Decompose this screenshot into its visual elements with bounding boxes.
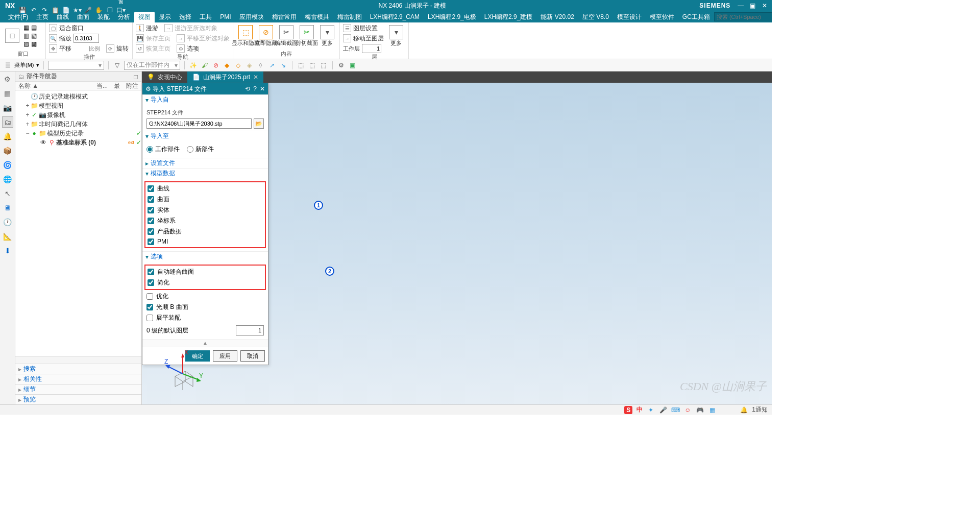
tree-history-mode[interactable]: 🕐历史记录建模模式 bbox=[15, 92, 141, 101]
content-more-btn[interactable]: ▾更多 bbox=[318, 23, 336, 48]
status-grid-icon[interactable]: ▦ bbox=[708, 406, 716, 414]
chk-smoothb[interactable] bbox=[146, 304, 153, 310]
immediate-hide-btn[interactable]: ⊘立即隐藏 bbox=[257, 23, 275, 48]
arrow1-icon[interactable]: ↗ bbox=[267, 61, 277, 70]
tab-close-icon[interactable]: ✕ bbox=[253, 74, 258, 81]
chk-solid[interactable] bbox=[148, 207, 154, 213]
dialog-reset-icon[interactable]: ⟲ bbox=[245, 85, 250, 92]
dialog-help-icon[interactable]: ? bbox=[253, 85, 257, 92]
tree-cameras[interactable]: +✓📷摄像机 bbox=[15, 110, 141, 119]
sel3-icon[interactable]: ⬚ bbox=[319, 61, 328, 70]
tab-partfile[interactable]: 📄山涧果子2025.prt✕ bbox=[187, 71, 263, 83]
radio-workpart[interactable]: 工作部件 bbox=[146, 145, 180, 154]
grid5-icon[interactable]: ▨ bbox=[23, 40, 29, 47]
ime-lang[interactable]: 中 bbox=[636, 405, 643, 414]
acc-preview[interactable]: ▸预览 bbox=[15, 394, 141, 404]
worklayer-input[interactable] bbox=[362, 44, 381, 53]
acc-related[interactable]: ▸相关性 bbox=[15, 374, 141, 384]
notify-text[interactable]: 1通知 bbox=[752, 405, 768, 414]
dialog-collapse-bar[interactable]: ▲ bbox=[142, 340, 268, 347]
chk-simplify[interactable] bbox=[148, 279, 154, 286]
sec-import-to[interactable]: ▾导入至 bbox=[142, 131, 268, 141]
radio-newpart[interactable]: 新部件 bbox=[187, 145, 214, 154]
chk-surface[interactable] bbox=[148, 196, 154, 203]
chk-product[interactable] bbox=[148, 228, 154, 235]
chk-flatten[interactable] bbox=[146, 315, 153, 321]
pointer-icon[interactable]: ↖ bbox=[2, 188, 13, 199]
no-icon[interactable]: ⊘ bbox=[211, 61, 220, 70]
menu-select[interactable]: 选择 bbox=[175, 12, 195, 22]
nav-options-btn[interactable]: ⚙选项 bbox=[177, 44, 199, 53]
copy-icon[interactable]: 📋 bbox=[51, 6, 60, 15]
clip-section-btn[interactable]: ✂剪切截面 bbox=[298, 23, 316, 48]
tree-datum-csys[interactable]: 👁⚲基准坐标系 (0)ext✓ bbox=[15, 138, 141, 147]
menu-label[interactable]: 菜单(M) bbox=[14, 61, 34, 69]
zoom-value-input[interactable] bbox=[74, 34, 99, 43]
status-game-icon[interactable]: 🎮 bbox=[696, 406, 704, 414]
apply-button[interactable]: 应用 bbox=[213, 350, 237, 362]
rotate-btn[interactable]: ⟳旋转 bbox=[106, 44, 129, 53]
chk-optimize[interactable] bbox=[146, 293, 153, 300]
menu-pmi[interactable]: PMI bbox=[216, 12, 235, 21]
save-icon[interactable]: 💾 bbox=[18, 6, 27, 15]
sel1-icon[interactable]: ⬚ bbox=[297, 61, 306, 70]
menu-gc[interactable]: GC工具箱 bbox=[678, 12, 714, 22]
menu-lxh-cam[interactable]: LXH编程2.9_CAM bbox=[366, 12, 424, 22]
menu-list-icon[interactable]: ☰ bbox=[3, 61, 12, 70]
acc-detail[interactable]: ▸细节 bbox=[15, 384, 141, 394]
camera-icon[interactable]: 📷 bbox=[2, 102, 13, 113]
part-nav-icon[interactable]: 🗂 bbox=[2, 116, 13, 128]
paste-icon[interactable]: 📄 bbox=[62, 6, 71, 15]
roam-btn[interactable]: 🚶漫游 bbox=[136, 23, 158, 33]
fit-window-btn[interactable]: ▢适合窗口 bbox=[49, 23, 129, 33]
ime-icon[interactable]: S bbox=[624, 406, 632, 414]
window-btn[interactable]: □ bbox=[3, 23, 21, 48]
search-input[interactable] bbox=[714, 12, 772, 21]
graphics-workspace[interactable]: 💡发现中心 📄山涧果子2025.prt✕ ⚙ 导入 STEP214 文件 ⟲ ?… bbox=[142, 71, 772, 404]
sec-options[interactable]: ▾选项 bbox=[142, 251, 268, 261]
arrow-down-icon[interactable]: ⬇ bbox=[2, 245, 13, 256]
gear-icon[interactable]: ⚙ bbox=[2, 74, 13, 85]
menu-lxh-model[interactable]: LXH编程2.9_建模 bbox=[480, 12, 537, 22]
pan-btn[interactable]: ✥平移 bbox=[49, 44, 71, 53]
col-note[interactable]: 附注 bbox=[123, 82, 141, 90]
menu-app[interactable]: 应用模块 bbox=[235, 12, 268, 22]
box-icon[interactable]: 📦 bbox=[2, 145, 13, 156]
grid-icon[interactable]: ▦ bbox=[23, 24, 29, 31]
menu-display[interactable]: 显示 bbox=[155, 12, 175, 22]
monitor-icon[interactable]: 🖥 bbox=[2, 202, 13, 213]
star-icon[interactable]: ★▾ bbox=[72, 6, 82, 15]
tree-model-history[interactable]: −●📁模型历史记录✓ bbox=[15, 129, 141, 138]
chk-csys[interactable] bbox=[148, 218, 154, 224]
cube2-icon[interactable]: ◇ bbox=[234, 61, 243, 70]
undo-icon[interactable]: ↶ bbox=[29, 6, 38, 15]
sec-settings[interactable]: ▸设置文件 bbox=[142, 158, 268, 168]
window-dd-icon[interactable]: 窗口▾ bbox=[116, 0, 126, 6]
chk-autosew[interactable] bbox=[148, 269, 154, 275]
tree-nontime[interactable]: +📁非时间戳记几何体 bbox=[15, 119, 141, 129]
wand-icon[interactable]: ✨ bbox=[189, 61, 198, 70]
menu-ml3[interactable]: 梅雷制图 bbox=[333, 12, 366, 22]
acc-search[interactable]: ▸搜索 bbox=[15, 364, 141, 374]
swirl-icon[interactable]: 🌀 bbox=[2, 159, 13, 171]
show-hide-btn[interactable]: ⬚显示和隐藏 bbox=[236, 23, 255, 48]
dialog-title-bar[interactable]: ⚙ 导入 STEP214 文件 ⟲ ? ✕ bbox=[142, 83, 268, 94]
menu-nx20[interactable]: 能新 V20.02 bbox=[536, 12, 578, 22]
sec-import-from[interactable]: ▾导入自 bbox=[142, 94, 268, 105]
menu-tools[interactable]: 工具 bbox=[195, 12, 216, 22]
menu-lxh-elec[interactable]: LXH编程2.9_电极 bbox=[424, 12, 480, 22]
globe-icon[interactable]: 🌐 bbox=[2, 174, 13, 185]
cancel-button[interactable]: 取消 bbox=[240, 350, 265, 362]
menu-ml1[interactable]: 梅雷常用 bbox=[268, 12, 301, 22]
cube4-icon[interactable]: ◊ bbox=[256, 61, 265, 70]
file-path-input[interactable] bbox=[146, 118, 252, 129]
col-name[interactable]: 名称 ▲ bbox=[15, 82, 93, 90]
windows-icon[interactable]: ❐ bbox=[105, 6, 114, 15]
dialog-close-icon[interactable]: ✕ bbox=[260, 85, 265, 92]
chk-curve[interactable] bbox=[148, 185, 154, 192]
grid2-icon[interactable]: ▤ bbox=[31, 24, 37, 31]
redo-icon[interactable]: ↷ bbox=[40, 6, 49, 15]
ruler-icon[interactable]: 📐 bbox=[2, 231, 13, 242]
view-triad[interactable]: X Y Z bbox=[157, 348, 203, 394]
gear2-icon[interactable]: ⚙ bbox=[337, 61, 346, 70]
